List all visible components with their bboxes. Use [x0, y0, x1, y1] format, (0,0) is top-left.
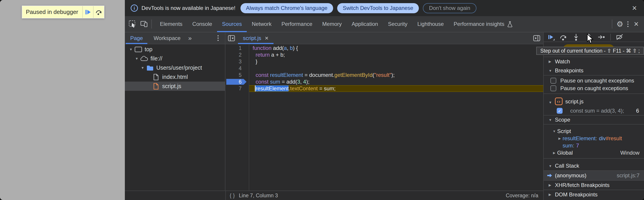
tab-page[interactable]: Page	[125, 32, 148, 44]
deactivate-breakpoints-button[interactable]	[616, 33, 624, 41]
code-token: ) {	[293, 45, 298, 51]
code-token: = document.	[303, 72, 334, 78]
frame-icon	[134, 46, 143, 52]
collapse-debugger-sidebar-icon[interactable]	[533, 34, 540, 42]
line-number-1[interactable]: 1	[226, 45, 249, 51]
scope-script-group[interactable]: ▼ Script	[544, 128, 644, 135]
section-call-stack[interactable]: ▼ Call Stack	[544, 161, 644, 171]
pause-caught-row[interactable]: Pause on caught exceptions	[544, 84, 644, 92]
code-line[interactable]	[249, 65, 543, 72]
section-scope[interactable]: ▼ Scope	[544, 115, 644, 125]
debugger-sidebar: ▶ Watch ▼ Breakpoints Pause on uncaught …	[543, 32, 644, 200]
device-toolbar-icon[interactable]	[140, 20, 148, 28]
tab-sources[interactable]: Sources	[217, 16, 247, 32]
call-stack-frame[interactable]: (anonymous) script.js:7	[544, 171, 644, 180]
step-into-button[interactable]	[572, 33, 580, 41]
tree-item-index-html[interactable]: index.html	[125, 72, 225, 82]
step-button[interactable]	[597, 33, 605, 41]
var-name: resultElement	[562, 135, 596, 142]
tab-performance[interactable]: Performance	[276, 16, 317, 32]
tree-item-users-user-project[interactable]: ▼Users/user/project	[125, 63, 225, 72]
active-frame-arrow-icon	[546, 173, 554, 178]
section-watch[interactable]: ▶ Watch	[544, 57, 644, 66]
divider	[152, 19, 152, 28]
code-line-paused[interactable]: resultElement.textContent = sum;	[249, 85, 543, 92]
expanded-arrow-icon[interactable]: ▼	[134, 57, 140, 60]
match-language-button[interactable]: Always match Chrome's language	[240, 3, 333, 13]
code-token	[272, 45, 273, 51]
file-tab-close-icon[interactable]: ×	[265, 35, 268, 42]
file-html-icon	[152, 74, 160, 80]
more-options-kebab-icon[interactable]	[624, 20, 632, 28]
switch-language-button[interactable]: Switch DevTools to Japanese	[337, 3, 419, 13]
tree-item-script-js[interactable]: script.js	[125, 82, 225, 91]
line-number-gutter[interactable]: 1234567	[226, 44, 249, 191]
line-number-label: 2	[239, 52, 242, 58]
paused-in-debugger-banner: Paused in debugger	[22, 5, 104, 18]
scope-global-group[interactable]: ▶ Global Window	[544, 149, 644, 156]
code-token: = add(	[280, 79, 297, 85]
notification-message: DevTools is now available in Japanese!	[142, 5, 236, 11]
dont-show-again-button[interactable]: Don't show again	[423, 3, 476, 13]
navigator-kebab-icon[interactable]	[215, 34, 221, 42]
code-area[interactable]: function add(a, b) { return a + b; } con…	[249, 44, 543, 191]
checkbox-unchecked[interactable]	[550, 85, 556, 91]
tab-memory[interactable]: Memory	[318, 16, 347, 32]
code-editor[interactable]: 1234567 function add(a, b) { return a + …	[226, 44, 543, 191]
breakpoints-label: Breakpoints	[555, 67, 584, 74]
breakpoint-marker[interactable]	[226, 79, 246, 85]
scope-content: ▼ Script ▶ resultElement: div#result sum…	[544, 125, 644, 159]
tree-item-file-[interactable]: ▼file://	[125, 54, 225, 63]
expanded-arrow-icon[interactable]: ▼	[140, 66, 146, 70]
code-line[interactable]: const resultElement = document.getElemen…	[249, 72, 543, 78]
pretty-print-icon[interactable]: { }	[230, 192, 235, 199]
line-number-3[interactable]: 3	[226, 58, 249, 65]
resume-script-button[interactable]	[83, 6, 93, 18]
section-breakpoints[interactable]: ▼ Breakpoints	[544, 66, 644, 75]
code-line[interactable]: return a + b;	[249, 51, 543, 58]
tab-lighthouse[interactable]: Lighthouse	[412, 16, 448, 32]
line-number-7[interactable]: 7	[226, 85, 249, 92]
tab-elements[interactable]: Elements	[155, 16, 187, 32]
tab-performance-insights[interactable]: Performance insights	[449, 16, 518, 32]
paused-banner-label: Paused in debugger	[22, 6, 82, 18]
scope-var-sum[interactable]: sum: 7	[544, 142, 644, 149]
scope-var-resultelement[interactable]: ▶ resultElement: div#result	[544, 135, 644, 142]
code-line[interactable]: function add(a, b) {	[249, 45, 543, 51]
code-line[interactable]: const sum = add(3, 4);	[249, 78, 543, 85]
settings-gear-icon[interactable]: ⚙	[616, 19, 623, 28]
line-number-5[interactable]: 5	[226, 72, 249, 78]
tree-item-top[interactable]: ▼top	[125, 45, 225, 54]
breakpoint-entry-row[interactable]: ✓ const sum = add(3, 4); 6	[544, 107, 644, 115]
tab-security[interactable]: Security	[383, 16, 412, 32]
line-number-2[interactable]: 2	[226, 51, 249, 58]
collapse-navigator-icon[interactable]	[228, 34, 235, 42]
resume-script-button[interactable]	[547, 33, 555, 41]
tab-network[interactable]: Network	[247, 16, 276, 32]
file-tab-scriptjs[interactable]: script.js ×	[238, 32, 274, 44]
tab-application[interactable]: Application	[347, 16, 383, 32]
checkbox-unchecked[interactable]	[550, 78, 556, 84]
dom-breakpoints-label: DOM Breakpoints	[555, 192, 598, 198]
code-token: function	[252, 45, 272, 51]
breakpoint-file-group[interactable]: ▼ ‹› script.js	[544, 94, 644, 107]
step-over-button[interactable]	[94, 6, 104, 18]
scope-global-value: Window	[620, 150, 640, 156]
editor-tab-strip: script.js ×	[226, 32, 543, 44]
step-over-button[interactable]	[560, 33, 568, 41]
inspect-element-icon[interactable]	[128, 20, 136, 28]
code-line[interactable]: }	[249, 58, 543, 65]
devtools-close-icon[interactable]: ×	[634, 20, 638, 28]
tab-workspace[interactable]: Workspace	[148, 32, 186, 44]
line-number-6[interactable]: 6	[226, 78, 249, 85]
section-dom-breakpoints[interactable]: ▶ DOM Breakpoints	[544, 190, 644, 199]
more-tabs-chevron-icon[interactable]: »	[188, 35, 192, 42]
pause-uncaught-row[interactable]: Pause on uncaught exceptions	[544, 77, 644, 84]
tab-console[interactable]: Console	[187, 16, 217, 32]
code-token	[252, 52, 256, 58]
expanded-arrow-icon[interactable]: ▼	[128, 47, 134, 51]
checkbox-checked[interactable]: ✓	[557, 108, 562, 114]
line-number-4[interactable]: 4	[226, 65, 249, 72]
notification-close-icon[interactable]: ×	[632, 4, 637, 12]
section-xhr-breakpoints[interactable]: ▶ XHR/fetch Breakpoints	[544, 180, 644, 190]
